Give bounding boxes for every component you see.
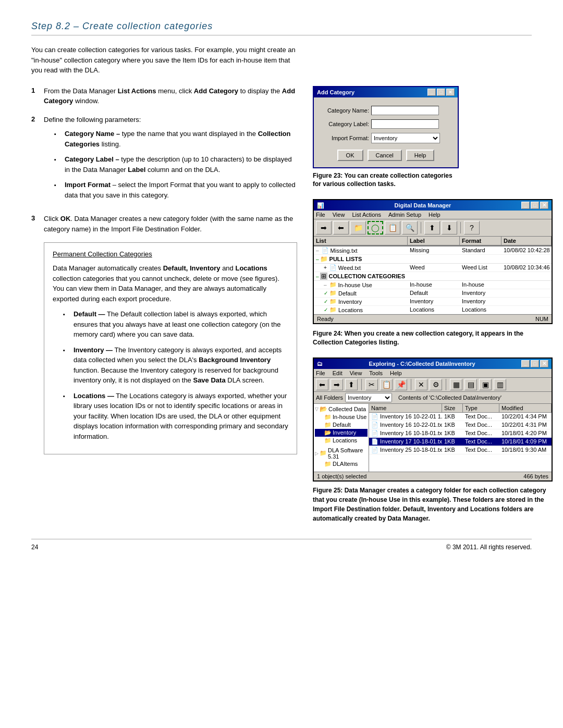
file-icon-4: 📄 <box>371 438 378 445</box>
row-format-weed: Weed List <box>460 264 501 272</box>
col-type[interactable]: Type <box>463 404 499 412</box>
row-label-locations: Locations <box>408 306 460 314</box>
tree-item-default[interactable]: 📁 Default <box>315 421 368 429</box>
tree-item-collected-data[interactable]: ▽ 📂 Collected Data <box>315 405 368 413</box>
address-right: Inventory Contents of 'C:\Collected Data… <box>345 393 549 402</box>
list-item[interactable]: 📄 Inventory 16 10-22-01 1.txt 1KB Text D… <box>369 413 552 421</box>
toolbar-btn-4[interactable]: ◯ <box>368 221 383 235</box>
step-2-bullets: Category Name – type the name that you w… <box>54 129 297 200</box>
page-footer: 24 © 3M 2011. All rights reserved. <box>31 539 532 551</box>
exp-menu-tools[interactable]: Tools <box>369 370 383 376</box>
ddm-toolbar: ➡ ⬅ 📁 ◯ 📋 🔍 ⬆ ⬇ ? <box>314 219 552 237</box>
explorer-address-bar: All Folders Inventory Contents of 'C:\Co… <box>314 392 552 404</box>
address-select[interactable]: Inventory <box>345 393 392 402</box>
ddm-close[interactable]: ✕ <box>540 202 548 209</box>
file-icon-2: 📄 <box>371 422 378 428</box>
toolbar-btn-7[interactable]: ⬆ <box>424 221 440 235</box>
exp-maximize[interactable]: □ <box>531 360 539 367</box>
exp-tb-back[interactable]: ⬅ <box>316 379 328 390</box>
pcc-bullet-locations: Locations — The Locations category is al… <box>63 391 288 442</box>
pull-lists-label: PULL LISTS <box>329 256 362 262</box>
exp-tb-delete[interactable]: ✕ <box>415 379 427 390</box>
maximize-button[interactable]: □ <box>437 89 445 96</box>
row-name-weed: Weed.txt <box>338 265 361 271</box>
pcc-intro: Data Manager automatically creates Defau… <box>53 263 288 304</box>
tree-item-locations[interactable]: 📁 Locations <box>315 437 368 445</box>
exp-tb-up[interactable]: ⬆ <box>345 379 358 390</box>
exp-tb-forward[interactable]: ➡ <box>331 379 343 390</box>
exp-close[interactable]: ✕ <box>540 360 548 367</box>
menu-help[interactable]: Help <box>429 212 440 218</box>
toolbar-btn-9[interactable]: ? <box>464 221 480 235</box>
file-list-header: Name Size Type Modified <box>369 404 552 413</box>
row-format-inventory: Inventory <box>460 298 501 305</box>
ddm-minimize[interactable]: _ <box>521 202 530 209</box>
minimize-button[interactable]: _ <box>427 89 436 96</box>
ok-button[interactable]: OK <box>337 150 363 161</box>
file-type: Text Doc... <box>463 429 499 437</box>
check-icon-locations: ✓ <box>324 307 328 313</box>
menu-admin-setup[interactable]: Admin Setup <box>388 212 421 218</box>
explorer-title-buttons: _ □ ✕ <box>521 360 548 367</box>
bullet-import-format: Import Format – select the Import Format… <box>54 180 297 200</box>
file-name: 📄 Inventory 25 10-18-01.txt <box>369 446 442 454</box>
col-name[interactable]: Name <box>369 404 442 412</box>
col-modified[interactable]: Modified <box>499 404 552 412</box>
menu-file[interactable]: File <box>316 212 325 218</box>
list-item[interactable]: 📄 Inventory 25 10-18-01.txt 1KB Text Doc… <box>369 446 552 454</box>
explorer-statusbar: 1 object(s) selected 466 bytes <box>314 472 552 480</box>
menu-list-actions[interactable]: List Actions <box>352 212 381 218</box>
menu-view[interactable]: View <box>333 212 345 218</box>
category-label-input[interactable] <box>371 119 439 129</box>
exp-menu-edit[interactable]: Edit <box>333 370 342 376</box>
pcc-bullet-inventory: Inventory — The Inventory category is al… <box>63 345 288 386</box>
toolbar-btn-3[interactable]: 📁 <box>350 221 366 235</box>
exp-menu-file[interactable]: File <box>316 370 325 376</box>
toolbar-btn-1[interactable]: ➡ <box>316 221 332 235</box>
import-format-select[interactable]: Inventory Standard Weed List In-house <box>371 133 440 143</box>
tree-item-dlaitems[interactable]: 📁 DLAItems <box>315 460 368 468</box>
tree-item-inventory[interactable]: 📂 Inventory <box>315 429 368 437</box>
tree-item-dla-software[interactable]: ▷ 📁 DLA Software 5.31 <box>315 447 368 460</box>
col-size[interactable]: Size <box>442 404 463 412</box>
help-button[interactable]: Help <box>406 150 435 161</box>
exp-tb-copy[interactable]: 📋 <box>380 379 393 390</box>
copyright: © 3M 2011. All rights reserved. <box>446 544 532 551</box>
exp-tb-cut[interactable]: ✂ <box>365 379 378 390</box>
list-item[interactable]: 📄 Inventory 16 10-22-01.txt 1KB Text Doc… <box>369 421 552 429</box>
exp-menu-view[interactable]: View <box>350 370 362 376</box>
exp-tb-properties[interactable]: ⚙ <box>430 379 442 390</box>
category-name-input[interactable] <box>371 106 439 115</box>
ddm-window: 📊 Digital Data Manager _ □ ✕ File View L… <box>313 199 553 324</box>
toolbar-btn-8[interactable]: ⬇ <box>442 221 457 235</box>
tree-item-inhouse[interactable]: 📁 In-house Use <box>315 413 368 421</box>
cancel-button[interactable]: Cancel <box>368 150 402 161</box>
toolbar-btn-5[interactable]: 📋 <box>385 221 400 235</box>
explorer-toolbar: ⬅ ➡ ⬆ ✂ 📋 📌 ✕ ⚙ ▦ ▤ ▣ ▥ <box>314 378 552 392</box>
exp-tb-views2[interactable]: ▤ <box>464 379 477 390</box>
folder-icon-default: 📁 <box>324 422 332 428</box>
exp-menu-help[interactable]: Help <box>390 370 402 376</box>
category-name-label: Category Name: <box>322 107 369 114</box>
exp-tb-paste[interactable]: 📌 <box>395 379 407 390</box>
exp-minimize[interactable]: _ <box>521 360 530 367</box>
toolbar-btn-6[interactable]: 🔍 <box>402 221 418 235</box>
file-size: 1KB <box>442 421 463 429</box>
exp-tb-views4[interactable]: ▥ <box>494 379 506 390</box>
close-button[interactable]: ✕ <box>446 89 455 96</box>
exp-tb-views[interactable]: ▦ <box>450 379 462 390</box>
col-list: List <box>314 237 408 246</box>
status-ready: Ready <box>317 316 334 322</box>
row-date: 10/08/02 10:42:28 <box>501 246 552 254</box>
dialog-titlebar: Add Category _ □ ✕ <box>314 87 458 97</box>
ddm-maximize[interactable]: □ <box>531 202 539 209</box>
list-item[interactable]: 📄 Inventory 16 10-18-01.txt 1KB Text Doc… <box>369 429 552 438</box>
ddm-title-buttons: _ □ ✕ <box>521 202 548 209</box>
file-icon-1: 📄 <box>371 413 378 419</box>
row-label-weed: Weed <box>408 264 460 272</box>
file-name: 📄 Inventory 16 10-22-01.txt <box>369 421 442 429</box>
collection-categories-section: – ⊞ COLLECTION CATEGORIES <box>314 272 552 281</box>
exp-tb-views3[interactable]: ▣ <box>479 379 492 390</box>
list-item[interactable]: 📄 Inventory 17 10-18-01.txt 1KB Text Doc… <box>369 438 552 446</box>
toolbar-btn-2[interactable]: ⬅ <box>333 221 349 235</box>
